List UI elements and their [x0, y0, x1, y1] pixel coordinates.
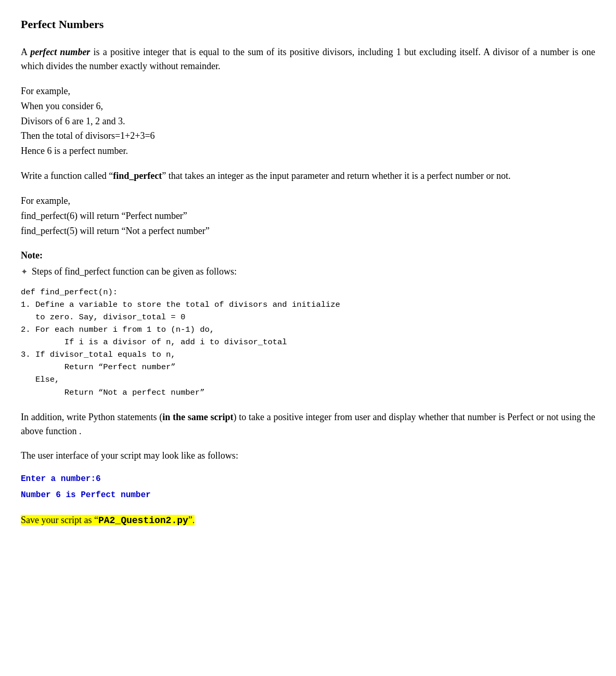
- note-bullet-text: Steps of find_perfect function can be gi…: [32, 265, 237, 279]
- example1-line1: When you consider 6,: [21, 99, 595, 114]
- bold-same-script: in the same script: [162, 412, 233, 422]
- example1-line3: Then the total of divisors=1+2+3=6: [21, 128, 595, 144]
- ui-example-line2: Number 6 is Perfect number: [21, 488, 595, 502]
- save-section: Save your script as “PA2_Question2.py”.: [21, 512, 595, 529]
- example1-line2: Divisors of 6 are 1, 2 and 3.: [21, 114, 595, 129]
- bullet-diamond-icon: ✦: [21, 266, 28, 278]
- page-title: Perfect Numbers: [21, 16, 595, 33]
- function-name: find_perfect: [113, 171, 162, 181]
- example2-line1: find_perfect(6) will return “Perfect num…: [21, 209, 595, 224]
- example2-line2: find_perfect(5) will return “Not a perfe…: [21, 224, 595, 239]
- code-block: def find_perfect(n): 1. Define a variabl…: [21, 286, 595, 398]
- note-section: Note: ✦ Steps of find_perfect function c…: [21, 249, 595, 279]
- save-filename: PA2_Question2.py: [98, 515, 188, 526]
- bold-italic-term: perfect number: [30, 47, 90, 57]
- note-bullet: ✦ Steps of find_perfect function can be …: [21, 265, 595, 279]
- example1-label: For example,: [21, 84, 595, 99]
- ui-example-block: Enter a number:6 Number 6 is Perfect num…: [21, 472, 595, 502]
- addition-paragraph: In addition, write Python statements (in…: [21, 410, 595, 438]
- example2-label: For example,: [21, 193, 595, 209]
- save-text: Save your script as “PA2_Question2.py”.: [21, 512, 595, 529]
- example1-line4: Hence 6 is a perfect number.: [21, 144, 595, 159]
- save-highlighted-text: Save your script as “PA2_Question2.py”.: [21, 515, 195, 525]
- example2-block: For example, find_perfect(6) will return…: [21, 193, 595, 238]
- intro-paragraph: A perfect number is a positive integer t…: [21, 45, 595, 73]
- function-description: Write a function called “find_perfect” t…: [21, 169, 595, 183]
- note-title: Note:: [21, 249, 595, 263]
- ui-description: The user interface of your script may lo…: [21, 449, 595, 463]
- example1-block: For example, When you consider 6, Diviso…: [21, 84, 595, 159]
- ui-example-line1: Enter a number:6: [21, 472, 595, 486]
